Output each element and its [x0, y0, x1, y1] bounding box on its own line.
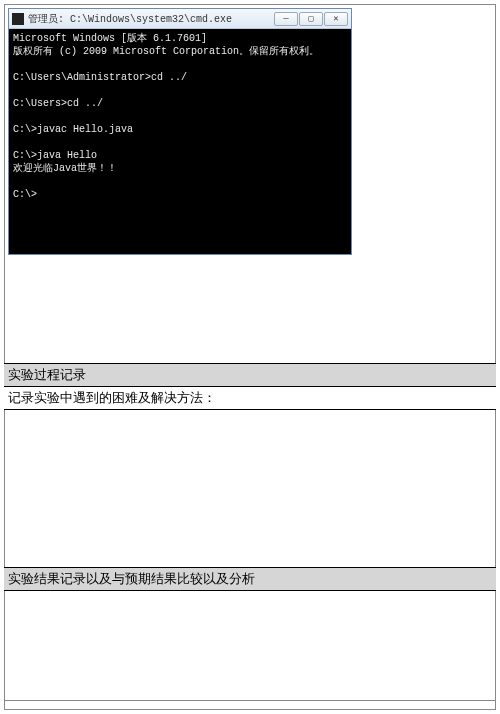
- window-controls: — ▢ ✕: [274, 12, 351, 26]
- titlebar[interactable]: 管理员: C:\Windows\system32\cmd.exe — ▢ ✕: [9, 9, 351, 29]
- cmd-window: 管理员: C:\Windows\system32\cmd.exe — ▢ ✕ M…: [8, 8, 352, 255]
- process-subtitle: 记录实验中遇到的困难及解决方法：: [4, 387, 496, 410]
- window-title: 管理员: C:\Windows\system32\cmd.exe: [28, 12, 270, 26]
- terminal-output[interactable]: Microsoft Windows [版本 6.1.7601] 版权所有 (c)…: [9, 29, 351, 254]
- maximize-button[interactable]: ▢: [299, 12, 323, 26]
- process-title: 实验过程记录: [4, 363, 496, 387]
- result-section: 实验结果记录以及与预期结果比较以及分析: [4, 567, 496, 701]
- process-section: 实验过程记录 记录实验中遇到的困难及解决方法：: [4, 363, 496, 580]
- result-title: 实验结果记录以及与预期结果比较以及分析: [4, 567, 496, 591]
- cmd-icon: [12, 13, 24, 25]
- process-content-area: [4, 410, 496, 580]
- minimize-button[interactable]: —: [274, 12, 298, 26]
- close-button[interactable]: ✕: [324, 12, 348, 26]
- result-content-area: [4, 591, 496, 701]
